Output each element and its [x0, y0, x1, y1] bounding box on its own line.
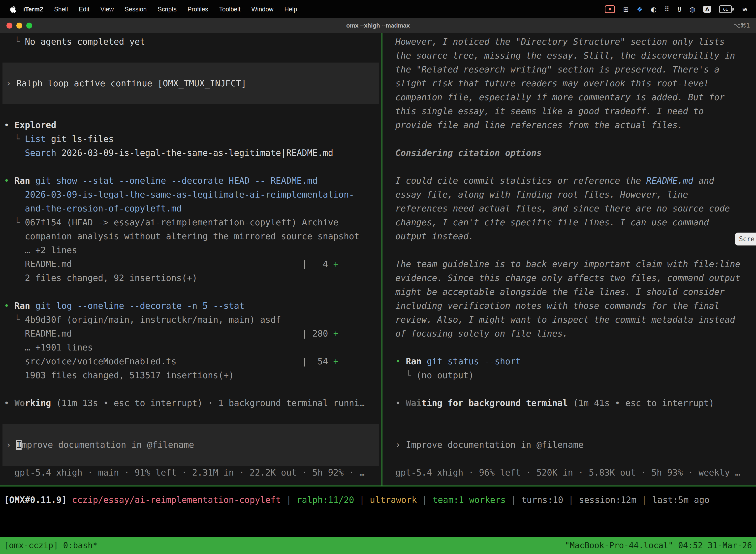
- dots-grid-icon[interactable]: ⠿: [665, 5, 670, 13]
- terminal-line: this single essay, it seems like a good …: [382, 104, 756, 118]
- terminal-line: might be acceptable alongside the file l…: [382, 285, 756, 299]
- terminal-line: slight risk that future readers may over…: [382, 76, 756, 90]
- pane-border-horizontal: [0, 486, 756, 487]
- terminal-line: [0, 285, 381, 299]
- menu-bar-status-icons: ⊞❖◐⠿8◍A61≋: [605, 5, 748, 13]
- terminal-line: I could cite commit statistics or refere…: [382, 174, 756, 188]
- traffic-lights: [6, 22, 32, 29]
- battery-icon[interactable]: 61: [719, 5, 732, 13]
- terminal-line: [382, 452, 756, 466]
- terminal-line: The team guideline is to back every impo…: [382, 257, 756, 271]
- tmux-session-window: [omx-cczip] 0:bash*: [4, 541, 98, 550]
- terminal-line: references need actual files, and since …: [382, 202, 756, 215]
- cursor: I: [16, 440, 21, 450]
- menu-scripts[interactable]: Scripts: [158, 6, 177, 13]
- menu-view[interactable]: View: [101, 6, 114, 13]
- screen-recording-icon[interactable]: [605, 5, 615, 13]
- terminal-line: README.md | 4 +: [0, 257, 381, 271]
- tmux-pane-left[interactable]: └ No agents completed yet › Ralph loop a…: [0, 33, 381, 486]
- terminal-line: … +1901 lines: [0, 340, 381, 354]
- terminal-line: └ No agents completed yet: [0, 35, 381, 49]
- terminal-line: … +2 lines: [0, 243, 381, 257]
- app-menu-title[interactable]: iTerm2: [23, 6, 43, 13]
- window-title: omx --xhigh --madmax: [346, 22, 410, 29]
- terminal-line: [382, 410, 756, 424]
- terminal-line: 2026-03-09-is-legal-the-same-as-legitima…: [0, 188, 381, 202]
- terminal-line: [382, 424, 756, 438]
- apple-menu-icon[interactable]: [10, 5, 16, 13]
- terminal-line: • Explored: [0, 118, 381, 132]
- terminal-line: evidence. Since this change only affects…: [382, 271, 756, 285]
- terminal-line: [382, 160, 756, 174]
- terminal-line: [382, 132, 756, 146]
- wifi-icon[interactable]: ≋: [742, 5, 748, 13]
- terminal-line: └ List git ls-files: [0, 132, 381, 146]
- prompt-input[interactable]: › Improve documentation in @filename: [2, 424, 379, 466]
- prompt-line[interactable]: › Improve documentation in @filename: [382, 438, 756, 452]
- terminal-content: └ No agents completed yet › Ralph loop a…: [0, 33, 756, 486]
- zoom-button[interactable]: [26, 22, 32, 29]
- terminal-line: including verification notes with those …: [382, 299, 756, 313]
- menu-window[interactable]: Window: [251, 6, 273, 13]
- terminal-line: changes, I can't cite specific file line…: [382, 215, 756, 229]
- inject-banner[interactable]: › Ralph loop active continue [OMX_TMUX_I…: [2, 63, 379, 104]
- prompt-input-line: › Improve documentation in @filename: [2, 438, 379, 452]
- terminal-line: companion analysis without altering the …: [0, 229, 381, 243]
- terminal-line: └ 067f154 (HEAD -> essay/ai-reimplementa…: [0, 215, 381, 229]
- terminal-line: provide file and line references from th…: [382, 118, 756, 132]
- tmux-status-bar: [omx-cczip] 0:bash* "MacBook-Pro-44.loca…: [0, 537, 756, 554]
- terminal-line: • Waiting for background terminal (1m 41…: [382, 396, 756, 410]
- omx-status-text: [OMX#0.11.9] cczip/essay/ai-reimplementa…: [4, 493, 756, 507]
- terminal-line: [382, 382, 756, 396]
- model-status-line: gpt-5.4 xhigh · main · 91% left · 2.31M …: [0, 466, 381, 480]
- menu-session[interactable]: Session: [125, 6, 147, 13]
- terminal-line: and-the-erosion-of-copyleft.md: [0, 202, 381, 215]
- terminal-line: • Working (11m 13s • esc to interrupt) ·…: [0, 396, 381, 410]
- ring-icon[interactable]: ◍: [690, 5, 695, 13]
- menu-toolbelt[interactable]: Toolbelt: [219, 6, 240, 13]
- omx-status-line: [OMX#0.11.9] cczip/essay/ai-reimplementa…: [0, 493, 756, 507]
- bottom-spacer: [0, 507, 756, 537]
- window-title-bar: omx --xhigh --madmax ⌥⌘1: [0, 18, 756, 33]
- close-button[interactable]: [6, 22, 12, 29]
- terminal-line: [0, 104, 381, 118]
- thinking-heading: Considering citation options: [382, 146, 756, 160]
- dark-circle-icon[interactable]: ◐: [650, 5, 656, 13]
- terminal-line: the "Related research writing" section i…: [382, 63, 756, 76]
- terminal-line: └ (no output): [382, 368, 756, 382]
- input-source-icon[interactable]: A: [703, 6, 711, 13]
- terminal-line: • Ran git log --oneline --decorate -n 5 …: [0, 299, 381, 313]
- menu-profiles[interactable]: Profiles: [188, 6, 208, 13]
- inject-banner-line: › Ralph loop active continue [OMX_TMUX_I…: [2, 76, 379, 90]
- menu-items: ShellEditViewSessionScriptsProfilesToolb…: [43, 6, 297, 13]
- terminal-line: However, I noticed the "Directory Struct…: [382, 35, 756, 49]
- blue-gem-icon[interactable]: ❖: [637, 5, 643, 13]
- macos-menu-bar: iTerm2 ShellEditViewSessionScriptsProfil…: [0, 0, 756, 18]
- terminal-line: output instead.: [382, 229, 756, 243]
- figure-eight-icon[interactable]: 8: [677, 5, 682, 13]
- terminal-line: review. Also, I might want to inspect th…: [382, 313, 756, 327]
- grid-icon[interactable]: ⊞: [623, 5, 629, 13]
- terminal-line: [0, 160, 381, 174]
- terminal-line: src/voice/voiceModeEnabled.ts | 54 +: [0, 354, 381, 368]
- screen-share-overlay[interactable]: Scre: [735, 233, 756, 245]
- terminal-line: • Ran git status --short: [382, 354, 756, 368]
- menu-shell[interactable]: Shell: [54, 6, 68, 13]
- tmux-host-clock: "MacBook-Pro-44.local" 04:52 31-Mar-26: [565, 541, 752, 550]
- terminal-line: [0, 382, 381, 396]
- menu-edit[interactable]: Edit: [79, 6, 89, 13]
- terminal-line: essay file, along with finding root file…: [382, 188, 756, 202]
- terminal-line: └ 4b9d30f (origin/main, instructkr/main,…: [0, 313, 381, 327]
- terminal-line: Search 2026-03-09-is-legal-the-same-as-l…: [0, 146, 381, 160]
- menu-help[interactable]: Help: [284, 6, 297, 13]
- minimize-button[interactable]: [16, 22, 22, 29]
- terminal-line: • Ran git show --stat --oneline --decora…: [0, 174, 381, 188]
- terminal-line: [382, 340, 756, 354]
- terminal-line: 2 files changed, 92 insertions(+): [0, 271, 381, 285]
- terminal-line: [382, 243, 756, 257]
- model-status-line: gpt-5.4 xhigh · 96% left · 520K in · 5.8…: [382, 466, 756, 480]
- terminal-line: README.md | 280 +: [0, 327, 381, 340]
- window-shortcut-hint: ⌥⌘1: [734, 22, 750, 29]
- tmux-pane-right[interactable]: However, I noticed the "Directory Struct…: [382, 33, 756, 486]
- terminal-line: the source tree, missing the essay. Stil…: [382, 49, 756, 63]
